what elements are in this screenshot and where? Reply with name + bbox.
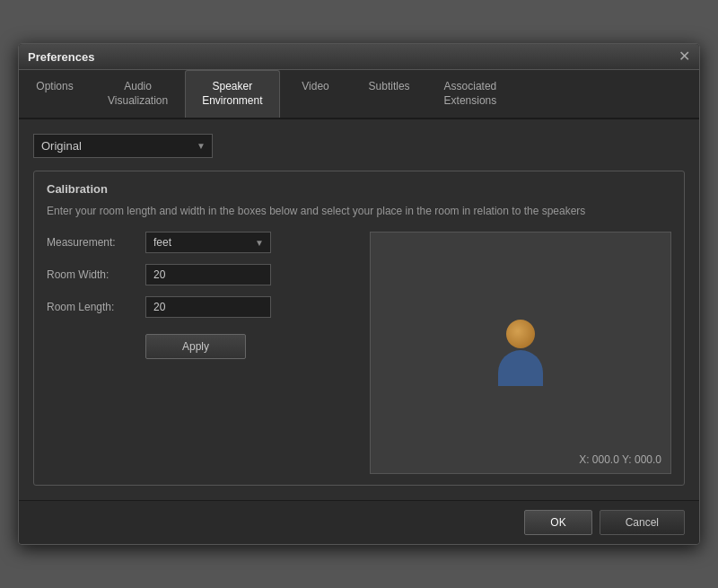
close-button[interactable]: ✕: [679, 49, 690, 64]
calibration-title: Calibration: [47, 182, 671, 196]
room-width-row: Room Width:: [47, 264, 352, 285]
dialog-title: Preferences: [28, 50, 94, 64]
main-area: Measurement: feet meters Room Width:: [47, 232, 671, 474]
calibration-description: Enter your room length and width in the …: [47, 203, 671, 219]
apply-button[interactable]: Apply: [145, 334, 246, 359]
tab-associated-extensions[interactable]: AssociatedExtensions: [427, 70, 514, 117]
preset-row: Original Custom Small Room Medium Room L…: [33, 134, 685, 158]
cancel-button[interactable]: Cancel: [600, 510, 685, 535]
room-length-row: Room Length:: [47, 296, 352, 318]
room-width-label: Room Width:: [47, 268, 145, 281]
title-bar: Preferences ✕: [19, 44, 699, 70]
measurement-label: Measurement:: [47, 236, 145, 249]
left-panel: Measurement: feet meters Room Width:: [47, 232, 352, 474]
footer: OK Cancel: [19, 500, 699, 544]
tab-options[interactable]: Options: [19, 70, 91, 117]
ok-button[interactable]: OK: [524, 510, 591, 535]
tab-subtitles[interactable]: Subtitles: [352, 70, 427, 117]
content-area: Original Custom Small Room Medium Room L…: [19, 119, 699, 500]
person-head: [506, 320, 535, 348]
preferences-dialog: Preferences ✕ Options AudioVisualization…: [18, 43, 700, 544]
tab-video[interactable]: Video: [280, 70, 352, 117]
measurement-row: Measurement: feet meters: [47, 232, 352, 253]
person-icon: [498, 320, 543, 386]
preset-select-wrapper[interactable]: Original Custom Small Room Medium Room L…: [33, 134, 213, 158]
tab-speaker-environment[interactable]: SpeakerEnvironment: [185, 70, 279, 117]
room-visual[interactable]: X: 000.0 Y: 000.0: [370, 232, 671, 474]
room-coordinates: X: 000.0 Y: 000.0: [579, 453, 661, 466]
tab-audio-visualization[interactable]: AudioVisualization: [91, 70, 185, 117]
room-width-input[interactable]: [145, 264, 271, 285]
measurement-select[interactable]: feet meters: [145, 232, 271, 253]
person-body: [498, 350, 543, 386]
room-length-label: Room Length:: [47, 301, 145, 313]
preset-select[interactable]: Original Custom Small Room Medium Room L…: [33, 134, 213, 158]
measurement-select-wrapper[interactable]: feet meters: [145, 232, 271, 253]
tab-bar: Options AudioVisualization SpeakerEnviro…: [19, 70, 699, 118]
room-length-input[interactable]: [145, 296, 271, 318]
calibration-section: Calibration Enter your room length and w…: [33, 171, 685, 486]
